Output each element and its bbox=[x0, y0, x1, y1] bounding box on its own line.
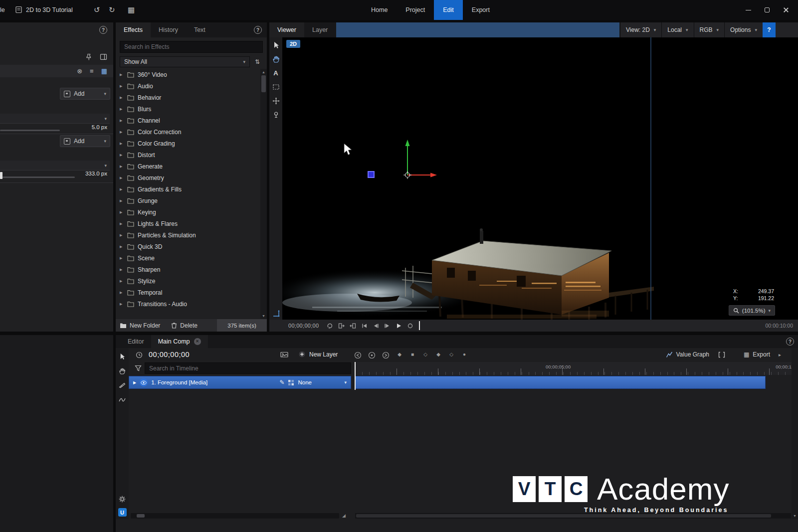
play-button[interactable] bbox=[396, 323, 402, 329]
effects-folder-row[interactable]: ▶ Color Correction bbox=[116, 126, 267, 138]
expand-arrow-icon[interactable]: ▶ bbox=[120, 199, 124, 203]
effects-folder-row[interactable]: ▶ Lights & Flares bbox=[116, 218, 267, 229]
maximize-button[interactable] bbox=[762, 5, 772, 15]
value-graph-button[interactable]: Value Graph bbox=[666, 351, 710, 358]
redo-icon[interactable]: ↻ bbox=[109, 0, 115, 20]
file-menu[interactable]: le bbox=[0, 0, 5, 20]
tab-edit[interactable]: Edit bbox=[434, 0, 463, 20]
prev-keyframe-icon[interactable]: ◇ bbox=[422, 352, 429, 357]
orbit-tool-icon[interactable] bbox=[271, 110, 280, 119]
loop-icon[interactable] bbox=[327, 323, 333, 329]
expand-arrow-icon[interactable]: ▶ bbox=[120, 165, 124, 169]
effects-folder-row[interactable]: ▶ Transitions - Audio bbox=[116, 298, 267, 310]
channel-dropdown[interactable]: RGB ▾ bbox=[694, 22, 725, 37]
effects-folder-row[interactable]: ▶ 360° Video bbox=[116, 69, 267, 80]
expand-arrow-icon[interactable]: ▶ bbox=[120, 302, 124, 306]
marquee-tool-icon[interactable] bbox=[271, 82, 280, 91]
expand-arrow-icon[interactable]: ▶ bbox=[120, 279, 124, 283]
add-effect-button[interactable]: Add ▾ bbox=[60, 88, 110, 100]
minimize-button[interactable] bbox=[743, 5, 753, 15]
expand-arrow-icon[interactable]: ▶ bbox=[120, 119, 124, 123]
effects-folder-row[interactable]: ▶ Scene bbox=[116, 252, 267, 264]
zoom-control[interactable]: (101.5%) ▾ bbox=[729, 305, 775, 316]
close-button[interactable] bbox=[781, 5, 791, 15]
timeline-zoom-handle-icon[interactable]: ◢ bbox=[342, 513, 346, 518]
mode-2d-badge[interactable]: 2D bbox=[286, 40, 300, 48]
property-value[interactable]: 333.0 px bbox=[85, 171, 107, 177]
transport-playhead[interactable] bbox=[419, 321, 420, 330]
workspace-grid-icon[interactable]: ▦ bbox=[128, 0, 135, 20]
expand-arrow-icon[interactable]: ▶ bbox=[120, 107, 124, 111]
expand-arrow-icon[interactable]: ▶ bbox=[120, 176, 124, 180]
timeline-current-time[interactable]: 00;00;00;00 bbox=[149, 351, 190, 358]
select-tool-icon[interactable] bbox=[271, 40, 280, 49]
list-view-icon[interactable]: ≡ bbox=[90, 67, 94, 75]
effects-folder-row[interactable]: ▶ Distort bbox=[116, 149, 267, 161]
timeline-ruler[interactable]: 00;00;05;00 00;00;1 bbox=[355, 362, 792, 375]
import-frame-icon[interactable] bbox=[350, 323, 356, 329]
effects-folder-row[interactable]: ▶ Keying bbox=[116, 206, 267, 218]
step-forward-icon[interactable] bbox=[384, 323, 391, 329]
expand-arrow-icon[interactable]: ▶ bbox=[120, 245, 124, 249]
record-icon[interactable] bbox=[407, 323, 413, 329]
help-icon[interactable]: ? bbox=[763, 22, 776, 37]
expand-arrow-icon[interactable]: ▶ bbox=[120, 130, 124, 134]
expand-arrow-icon[interactable]: ▶ bbox=[120, 256, 124, 260]
track-header-scrollbar[interactable] bbox=[131, 513, 339, 519]
effects-folder-row[interactable]: ▶ Stylize bbox=[116, 275, 267, 287]
tab-text[interactable]: Text bbox=[186, 22, 213, 37]
step-back-icon[interactable] bbox=[373, 323, 379, 329]
snapshot-icon[interactable] bbox=[280, 351, 288, 358]
expand-arrow-icon[interactable]: ▶ bbox=[120, 153, 124, 157]
scrollbar-thumb[interactable] bbox=[137, 514, 145, 518]
viewer-canvas[interactable] bbox=[282, 37, 798, 320]
tab-home[interactable]: Home bbox=[362, 0, 397, 20]
expand-arrow-icon[interactable]: ▶ bbox=[120, 210, 124, 214]
new-folder-button[interactable]: New Folder bbox=[120, 322, 160, 329]
help-icon[interactable]: ? bbox=[254, 26, 262, 34]
effects-folder-row[interactable]: ▶ Blurs bbox=[116, 103, 267, 115]
delete-button[interactable]: Delete bbox=[171, 322, 198, 329]
scrollbar-thumb[interactable] bbox=[356, 514, 771, 518]
visibility-toggle[interactable] bbox=[140, 378, 148, 386]
timeline-clip-foreground[interactable] bbox=[355, 376, 766, 389]
snap-toggle-icon[interactable] bbox=[368, 352, 376, 359]
effects-scrollbar[interactable]: ▲ ▼ bbox=[260, 69, 267, 319]
grid-view-icon[interactable]: ▦ bbox=[101, 67, 107, 75]
effects-folder-row[interactable]: ▶ Quick 3D bbox=[116, 241, 267, 252]
effects-folder-row[interactable]: ▶ Temporal bbox=[116, 287, 267, 298]
effects-folder-row[interactable]: ▶ Geometry bbox=[116, 172, 267, 183]
view-mode-dropdown[interactable]: View: 2D ▾ bbox=[620, 22, 661, 37]
text-tool-icon[interactable]: A bbox=[271, 68, 280, 77]
slice-tool-icon[interactable] bbox=[118, 381, 127, 390]
effects-folder-row[interactable]: ▶ Sharpen bbox=[116, 264, 267, 275]
expand-arrow-icon[interactable]: ▶ bbox=[120, 222, 124, 226]
effects-folder-row[interactable]: ▶ Color Grading bbox=[116, 138, 267, 149]
options-dropdown[interactable]: Options ▾ bbox=[724, 22, 763, 37]
timeline-settings-gear-icon[interactable] bbox=[118, 495, 127, 504]
blend-mode-icon[interactable] bbox=[288, 379, 294, 386]
scroll-down-icon[interactable]: ▼ bbox=[262, 314, 265, 318]
keyframe-diamond-icon[interactable]: ◆ bbox=[396, 352, 403, 357]
timeline-search-input[interactable] bbox=[145, 362, 351, 374]
hand-tool-icon[interactable] bbox=[118, 366, 127, 375]
tab-viewer[interactable]: Viewer bbox=[269, 22, 304, 37]
edit-track-icon[interactable]: ✎ bbox=[279, 379, 284, 386]
tab-layer[interactable]: Layer bbox=[304, 22, 336, 37]
track-name[interactable]: 1. Foreground [Media] bbox=[151, 379, 276, 385]
undo-icon[interactable]: ↺ bbox=[94, 0, 100, 20]
effects-folder-row[interactable]: ▶ Gradients & Fills bbox=[116, 183, 267, 195]
jump-to-end-icon[interactable] bbox=[382, 352, 390, 359]
tab-history[interactable]: History bbox=[151, 22, 186, 37]
rate-curve-tool-icon[interactable] bbox=[118, 395, 127, 404]
help-icon[interactable]: ? bbox=[99, 26, 107, 34]
update-badge[interactable]: U bbox=[118, 508, 127, 517]
help-icon[interactable]: ? bbox=[786, 338, 794, 346]
filter-icon[interactable] bbox=[135, 365, 142, 371]
new-layer-button[interactable]: New Layer bbox=[298, 351, 338, 358]
next-keyframe-icon[interactable]: ◇ bbox=[448, 352, 455, 357]
hand-tool-icon[interactable] bbox=[271, 54, 280, 63]
effects-folder-row[interactable]: ▶ Grunge bbox=[116, 195, 267, 206]
scroll-up-icon[interactable]: ▲ bbox=[262, 70, 265, 74]
select-tool-icon[interactable] bbox=[118, 352, 127, 361]
